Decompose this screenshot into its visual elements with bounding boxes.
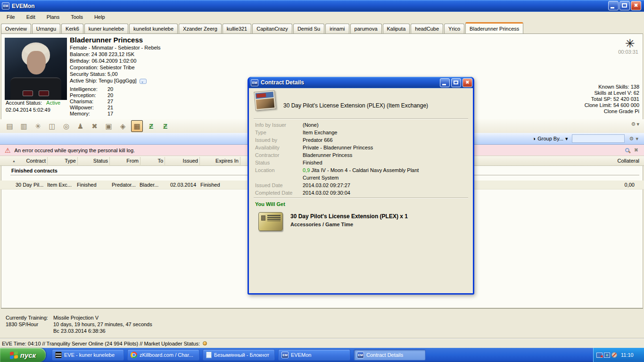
taskbar-button-eve[interactable]: EVE - kuner kunelebe: [52, 349, 124, 361]
field-label-type: Type: [255, 130, 266, 135]
menu-tools[interactable]: Tools: [66, 13, 88, 21]
contracts-icon[interactable]: ▦: [131, 120, 143, 132]
chevron-down-icon: ▾: [636, 136, 638, 142]
training-rate: 1830 SP/Hour: [6, 321, 38, 327]
tab-irinami[interactable]: irinami: [325, 24, 349, 33]
plans-icon[interactable]: ✳: [32, 120, 44, 132]
account-status-value: Active: [46, 100, 60, 106]
clone-grade: Clone Grade Pi: [500, 108, 639, 114]
menu-edit[interactable]: Edit: [22, 13, 40, 21]
evemon-app-icon: EM: [281, 352, 289, 358]
system-tray: ≋ 11:10: [593, 348, 644, 362]
attr-charisma-value: 27: [107, 99, 113, 104]
dialog-minimize-button[interactable]: [440, 78, 450, 87]
filter-input[interactable]: [572, 134, 625, 143]
col-issued[interactable]: Issued: [165, 158, 198, 164]
tab-kerk6[interactable]: Kerk6: [61, 24, 83, 33]
skill-browser-icon[interactable]: ◎: [60, 120, 72, 132]
account-expiry-date: 02.04.2014 5:02:49: [6, 107, 50, 113]
preferences-icon[interactable]: ⚙: [631, 121, 636, 127]
group-by-button[interactable]: ◑ Group By... ▾: [531, 135, 570, 142]
status-bar: EVE Time: 04:10 // Tranquility Server On…: [0, 338, 644, 348]
close-button[interactable]: ✖: [631, 1, 641, 10]
attr-memory-label: Memory:: [70, 111, 90, 116]
error-message: An error occured while querying the pers…: [15, 148, 135, 153]
dialog-close-button[interactable]: ✖: [462, 78, 472, 87]
tab-demid-su[interactable]: Demid Su: [293, 24, 324, 33]
restore-button[interactable]: [619, 1, 630, 10]
dismiss-error-icon[interactable]: ✖: [634, 147, 638, 153]
character-active-ship: Active Ship: Tengu [GggGgg]: [70, 78, 147, 84]
tab-capitancrazy[interactable]: CapitanCrazy: [252, 24, 292, 33]
tab-headcube[interactable]: headCube: [411, 24, 443, 33]
field-value-info-by-issuer: (None): [303, 122, 319, 128]
field-label-status: Status: [255, 160, 270, 165]
col-expires-in[interactable]: Expires In: [203, 158, 239, 164]
skill-queue-icon[interactable]: ▥: [18, 120, 30, 132]
menu-help[interactable]: Help: [90, 13, 110, 21]
sort-arrow-icon: ▲: [12, 159, 16, 163]
attr-intelligence-label: Intelligence:: [70, 86, 98, 92]
tab-kullie321[interactable]: kullie321: [223, 24, 251, 33]
group-header-finished-contracts[interactable]: Finished contracts: [11, 168, 58, 173]
field-label-issued-by: Issued by: [255, 137, 277, 143]
tab-yrico[interactable]: Yrico: [444, 24, 464, 33]
tab-bladerunner-princess[interactable]: Bladerunner Princess: [465, 22, 523, 33]
total-sp: Total SP: 52 420 031: [500, 96, 639, 102]
field-label-contractor: Contractor: [255, 152, 279, 158]
assets-icon[interactable]: ▣: [103, 120, 115, 132]
tab-urnangu[interactable]: Urnangu: [32, 24, 60, 33]
account-status: Account Status: Active: [6, 100, 60, 106]
attr-intelligence-value: 20: [107, 86, 113, 92]
taskbar-button-notepad[interactable]: Безымянный - Блокнот: [203, 349, 275, 361]
field-label-issued-date: Issued Date: [255, 182, 283, 188]
tab-kuner-kunelebe[interactable]: kuner kunelebe: [84, 24, 128, 33]
tab-xzander-zeerg[interactable]: Xzander Zeerg: [179, 24, 222, 33]
menu-file[interactable]: File: [2, 13, 20, 21]
search-icon[interactable]: [625, 148, 629, 152]
menubar: File Edit Plans Tools Help: [0, 12, 644, 22]
columns-settings-icon[interactable]: ⚙: [629, 136, 634, 142]
col-from[interactable]: From: [113, 158, 139, 164]
character-sheet-icon[interactable]: ▤: [4, 120, 16, 132]
tab-kunelist-kunelebe[interactable]: kunelist kunelebe: [129, 24, 178, 33]
cell-contract: 30 Day Pil...: [16, 182, 43, 188]
cell-from: Predator...: [112, 182, 136, 188]
standings-icon[interactable]: ♟: [74, 120, 86, 132]
toolbar-settings[interactable]: ⚙ ▾: [631, 121, 639, 127]
field-value-issued-by: Predator 666: [303, 137, 333, 143]
menu-plans[interactable]: Plans: [42, 13, 65, 21]
wallet-journal-icon[interactable]: Ƶ: [145, 120, 157, 132]
tab-parumova[interactable]: parumova: [350, 24, 382, 33]
taskbar-button-evemon[interactable]: EM EVEMon: [278, 349, 350, 361]
market-orders-icon[interactable]: ◈: [117, 120, 129, 132]
taskbar-button-contract-details[interactable]: EM Contract Details: [354, 349, 426, 361]
character-balance: Balance: 24 308 223,12 ISK: [70, 51, 134, 57]
tab-overview[interactable]: Overview: [1, 24, 31, 33]
implants-icon[interactable]: ◫: [46, 120, 58, 132]
attr-perception-label: Perception:: [70, 92, 96, 98]
warning-icon: ⚠: [5, 147, 11, 154]
muted-volume-icon[interactable]: [611, 352, 617, 358]
taskbar-button-zkillboard[interactable]: zKillboard.com / Char...: [127, 349, 199, 361]
ship-note-icon[interactable]: [140, 79, 147, 84]
field-label-info-by-issuer: Info by Issuer: [255, 122, 286, 128]
dialog-maximize-button[interactable]: [451, 78, 461, 87]
network-disconnected-icon[interactable]: [596, 353, 603, 358]
wireless-network-icon[interactable]: ≋: [604, 353, 610, 358]
col-to[interactable]: To: [141, 158, 163, 164]
col-collateral[interactable]: Collateral: [603, 158, 639, 164]
col-type[interactable]: Type: [52, 158, 76, 164]
field-value-availability: Private - Bladerunner Princess: [303, 145, 373, 150]
field-value-status: Finished: [303, 160, 322, 165]
field-value-type: Item Exchange: [303, 130, 337, 135]
wallet-transactions-icon[interactable]: Ƶ: [159, 120, 171, 132]
col-contract[interactable]: Contract: [21, 158, 46, 164]
known-skills: Known Skills: 138: [500, 84, 639, 90]
col-status[interactable]: Status: [80, 158, 108, 164]
start-button[interactable]: пуск: [0, 348, 46, 362]
minimize-button[interactable]: [608, 1, 619, 10]
kill-log-icon[interactable]: ✖: [89, 120, 100, 132]
tab-kaliputa[interactable]: Kaliputa: [383, 24, 410, 33]
field-label-availability: Availability: [255, 145, 280, 150]
